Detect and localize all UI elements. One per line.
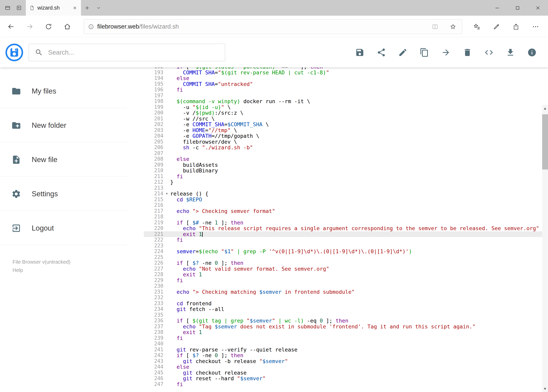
code-line-207[interactable]: 207 bbox=[144, 150, 548, 156]
code-line-232[interactable]: 232 bbox=[144, 295, 548, 301]
switch-editor-button[interactable] bbox=[484, 48, 494, 57]
hub-button[interactable] bbox=[467, 23, 486, 30]
code-line-194[interactable]: 194 else bbox=[144, 75, 548, 81]
forward-button[interactable] bbox=[20, 16, 39, 38]
code-line-203[interactable]: 203 -e HOME="//tmp" \ bbox=[144, 127, 548, 133]
code-line-195[interactable]: 195 COMMIT_SHA="untracked" bbox=[144, 81, 548, 87]
save-button[interactable] bbox=[355, 48, 364, 57]
favorite-star-button[interactable] bbox=[445, 20, 460, 34]
page-scrollbar[interactable]: ▲ ▼ bbox=[542, 105, 548, 392]
code-line-218[interactable]: 218 bbox=[144, 214, 548, 220]
code-line-211[interactable]: 211 fi bbox=[144, 174, 548, 179]
code-line-245[interactable]: 245 git checkout release bbox=[144, 370, 548, 376]
code-line-241[interactable]: 241 git rev-parse --verify --quiet relea… bbox=[144, 347, 548, 353]
code-line-214[interactable]: 214▾release () { bbox=[144, 191, 548, 197]
rename-button[interactable] bbox=[398, 48, 408, 57]
home-button[interactable] bbox=[58, 16, 77, 38]
code-line-196[interactable]: 196 fi bbox=[144, 87, 548, 93]
scroll-down-arrow-icon[interactable]: ▼ bbox=[542, 385, 548, 392]
code-line-215[interactable]: 215 cd $REPO bbox=[144, 197, 548, 203]
code-line-213[interactable]: 213 bbox=[144, 185, 548, 191]
code-line-199[interactable]: 199 -u "$(id -u)" \ bbox=[144, 104, 548, 110]
move-button[interactable] bbox=[441, 48, 451, 57]
code-line-229[interactable]: 229 fi bbox=[144, 278, 548, 283]
tab-list-button[interactable] bbox=[93, 0, 104, 16]
maximize-button[interactable] bbox=[507, 0, 528, 16]
search-box[interactable] bbox=[28, 44, 225, 61]
address-bar[interactable]: filebrowser.web/files/wizard.sh bbox=[84, 19, 462, 34]
copy-button[interactable] bbox=[420, 48, 429, 57]
code-line-239[interactable]: 239 fi bbox=[144, 335, 548, 341]
code-line-225[interactable]: 225 bbox=[144, 254, 548, 260]
sidebar-item-my-files[interactable]: My files bbox=[0, 74, 144, 108]
code-line-237[interactable]: 237 echo "Tag $semver does not exist in … bbox=[144, 324, 548, 329]
code-line-234[interactable]: 234 git fetch --all bbox=[144, 306, 548, 312]
sidebar-item-settings[interactable]: Settings bbox=[0, 177, 144, 211]
new-tab-button[interactable] bbox=[81, 0, 93, 16]
code-line-243[interactable]: 243 git checkout -b release "$semver" bbox=[144, 358, 548, 364]
help-link[interactable]: Help bbox=[13, 266, 144, 274]
tab-close-button[interactable] bbox=[71, 4, 79, 12]
code-line-201[interactable]: 201 -w //src \ bbox=[144, 116, 548, 122]
reading-view-button[interactable] bbox=[428, 20, 442, 34]
code-line-210[interactable]: 210 buildBinary bbox=[144, 168, 548, 174]
minimize-button[interactable] bbox=[487, 0, 507, 16]
code-line-221[interactable]: 221 exit 1 bbox=[144, 231, 548, 237]
code-line-204[interactable]: 204 -e GOPATH=//tmp/gopath \ bbox=[144, 133, 548, 139]
code-line-242[interactable]: 242 if [ $? -ne 0 ]; then bbox=[144, 352, 548, 358]
code-editor[interactable]: 192 if [ "$(git status --porcelain)" == … bbox=[144, 67, 548, 392]
code-line-205[interactable]: 205 filebrowser/dev \ bbox=[144, 139, 548, 145]
code-line-192[interactable]: 192 if [ "$(git status --porcelain)" == … bbox=[144, 67, 548, 70]
back-button[interactable] bbox=[1, 16, 20, 38]
code-line-222[interactable]: 222 fi bbox=[144, 237, 548, 243]
code-line-230[interactable]: 230 bbox=[144, 283, 548, 289]
sidebar-item-new-folder[interactable]: New folder bbox=[0, 108, 144, 142]
code-line-238[interactable]: 238 exit 1 bbox=[144, 329, 548, 335]
code-line-231[interactable]: 231 echo "> Checking matching $semver in… bbox=[144, 289, 548, 295]
info-button[interactable] bbox=[527, 48, 537, 57]
share-button[interactable] bbox=[377, 48, 386, 57]
code-line-208[interactable]: 208 else bbox=[144, 156, 548, 162]
scroll-up-arrow-icon[interactable]: ▲ bbox=[542, 105, 548, 112]
code-line-198[interactable]: 198 $(command -v winpty) docker run --rm… bbox=[144, 98, 548, 104]
code-line-219[interactable]: 219 if [ $# -ne 1 ]; then bbox=[144, 220, 548, 226]
set-aside-tabs-button[interactable] bbox=[13, 0, 25, 16]
code-line-236[interactable]: 236 if [ $(git tag | grep "$semver" | wc… bbox=[144, 318, 548, 324]
ink-notes-button[interactable] bbox=[486, 23, 506, 30]
filebrowser-logo-icon[interactable] bbox=[5, 43, 23, 62]
code-line-193[interactable]: 193 COMMIT_SHA="$(git rev-parse HEAD | c… bbox=[144, 70, 548, 76]
sidebar-item-new-file[interactable]: New file bbox=[0, 142, 144, 177]
fold-arrow-icon[interactable]: ▾ bbox=[163, 191, 170, 197]
code-line-244[interactable]: 244 else bbox=[144, 364, 548, 370]
tab-preview-button[interactable] bbox=[2, 0, 13, 16]
code-line-223[interactable]: 223 bbox=[144, 243, 548, 249]
code-line-209[interactable]: 209 buildAssets bbox=[144, 162, 548, 168]
code-line-202[interactable]: 202 -e COMMIT_SHA=$COMMIT_SHA \ bbox=[144, 121, 548, 127]
code-line-212[interactable]: 212} bbox=[144, 179, 548, 185]
code-line-226[interactable]: 226 if [ $? -ne 0 ]; then bbox=[144, 260, 548, 266]
code-line-240[interactable]: 240 bbox=[144, 341, 548, 347]
code-line-224[interactable]: 224 semver=$(echo "$1" | grep -P '^v(0|[… bbox=[144, 249, 548, 254]
code-line-197[interactable]: 197 bbox=[144, 93, 548, 99]
scrollbar-thumb[interactable] bbox=[542, 114, 548, 169]
code-line-227[interactable]: 227 echo "Not valid semver format. See s… bbox=[144, 266, 548, 272]
download-button[interactable] bbox=[506, 48, 515, 57]
close-window-button[interactable] bbox=[528, 0, 548, 16]
search-input[interactable] bbox=[48, 49, 219, 56]
code-line-217[interactable]: 217 echo "> Checking semver format" bbox=[144, 208, 548, 214]
code-line-247[interactable]: 247 fi bbox=[144, 381, 548, 387]
code-line-206[interactable]: 206 sh -c "./wizard.sh -b" bbox=[144, 145, 548, 150]
code-line-216[interactable]: 216 bbox=[144, 202, 548, 208]
share-page-button[interactable] bbox=[506, 23, 526, 30]
browser-tab[interactable]: wizard.sh bbox=[26, 0, 81, 16]
sidebar-item-logout[interactable]: Logout bbox=[0, 211, 144, 245]
more-menu-button[interactable] bbox=[526, 23, 545, 30]
scrollbar-track[interactable] bbox=[542, 112, 548, 385]
code-line-228[interactable]: 228 exit 1 bbox=[144, 272, 548, 278]
code-line-233[interactable]: 233 cd frontend bbox=[144, 301, 548, 307]
code-line-246[interactable]: 246 git reset --hard "$semver" bbox=[144, 376, 548, 381]
code-line-235[interactable]: 235 bbox=[144, 312, 548, 318]
refresh-button[interactable] bbox=[39, 16, 58, 38]
code-line-200[interactable]: 200 -v /$(pwd):/src:z \ bbox=[144, 110, 548, 116]
delete-button[interactable] bbox=[463, 48, 472, 57]
